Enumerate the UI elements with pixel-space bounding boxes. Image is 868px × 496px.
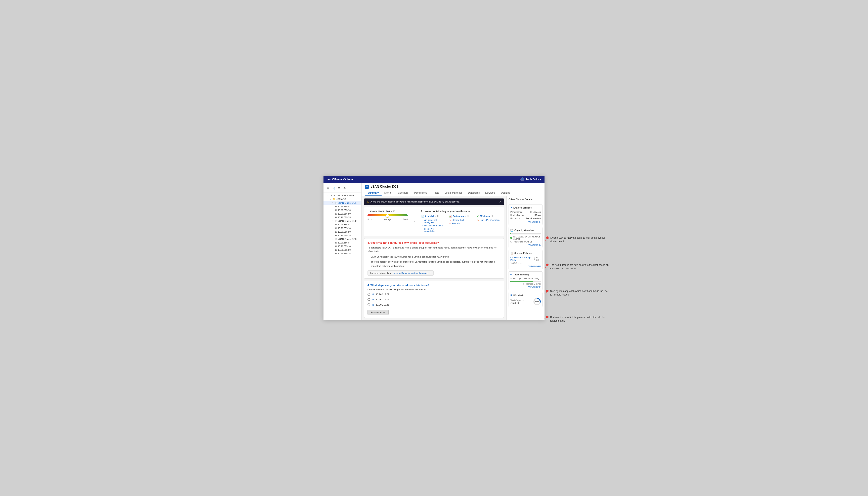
tab-monitor[interactable]: Monitor bbox=[382, 190, 395, 196]
page-header: ◈ vSAN Cluster DC1 Summary Monitor Confi… bbox=[362, 183, 544, 196]
sidebar-item-cluster-dc3[interactable]: ▾ 🗄 vSAN Cluster DC3 bbox=[324, 237, 361, 241]
sidebar-item-host-3-2[interactable]: 🖥 10.26.355.10 bbox=[324, 245, 361, 248]
expand-icon-dc1: ▾ bbox=[332, 202, 334, 204]
health-left: 1. Cluster Health Status ⓘ bbox=[368, 210, 408, 233]
issue-arrow-3: → bbox=[421, 228, 423, 230]
health-label-poor: Poor bbox=[368, 218, 372, 221]
sidebar-item-host-1-4[interactable]: 🖥 10.26.355.25 bbox=[324, 216, 361, 219]
sidebar-grid-icon[interactable]: ⊞ bbox=[325, 186, 330, 191]
issues-section-title: 2. Issues contributing to your health st… bbox=[421, 210, 500, 213]
tab-configure[interactable]: Configure bbox=[395, 190, 411, 196]
sidebar-item-host-1-3[interactable]: 🖥 10.26.355.50 bbox=[324, 212, 361, 216]
top-bar-right: 👤 Jamie Smith ▾ bbox=[521, 177, 541, 182]
nav-tabs: Summary Monitor Configure Permissions Ho… bbox=[365, 190, 541, 196]
service-row-dedup: De-duplication RDMA bbox=[510, 214, 541, 217]
host-radio-3: 🖥 10.20.219.41 bbox=[368, 303, 500, 307]
issue-warning-3: ⚠ bbox=[477, 219, 479, 221]
issue-cpu: ⚠ High CPU Utilization bbox=[477, 219, 500, 221]
alert-close-button[interactable]: ✕ bbox=[499, 200, 501, 203]
hci-capacity-row: Total Capacity 35.12 TB 13 TB bbox=[510, 298, 541, 305]
radio-btn-1[interactable] bbox=[368, 293, 370, 296]
hci-title: HCI Mesh bbox=[513, 294, 523, 296]
capacity-view-more[interactable]: VIEW MORE bbox=[510, 244, 541, 246]
health-title: Cluster Health Status bbox=[370, 210, 392, 213]
host-icon: 🖥 bbox=[335, 213, 337, 215]
tasks-view-more[interactable]: VIEW MORE bbox=[510, 286, 541, 288]
radio-btn-2[interactable] bbox=[368, 298, 370, 301]
vsan-icon: ◈ bbox=[365, 185, 369, 189]
sidebar-item-cluster-dc1[interactable]: ▾ 🗄 vSAN Cluster DC1 bbox=[324, 201, 361, 205]
issue-link-storage[interactable]: Storage Full bbox=[452, 219, 464, 221]
sidebar-item-host-3-1[interactable]: 🖥 10.26.355.0 bbox=[324, 241, 361, 245]
annotation-dot-4 bbox=[546, 316, 548, 318]
policies-view-more[interactable]: VIEW MORE bbox=[510, 265, 541, 267]
tab-virtual-machines[interactable]: Virtual Machines bbox=[442, 190, 465, 196]
sidebar-doc-icon[interactable]: 📄 bbox=[331, 186, 336, 191]
tab-hosts[interactable]: Hosts bbox=[430, 190, 442, 196]
more-info-label: For more Information: bbox=[370, 272, 391, 274]
enable-vmknic-button[interactable]: Enable vmknic bbox=[368, 310, 389, 315]
issue-link-vmkernal[interactable]: vmkernal not configured bbox=[424, 219, 445, 223]
tab-permissions[interactable]: Permissions bbox=[411, 190, 430, 196]
sidebar-item-host-2-2[interactable]: 🖥 10.26.355.10 bbox=[324, 227, 361, 230]
alert-bar-left: ⚠ Alerts are shown based on severe to mi… bbox=[367, 200, 460, 203]
sidebar-list-icon[interactable]: ☰ bbox=[336, 186, 342, 191]
enabled-services-title: Enabled Services bbox=[513, 206, 532, 209]
tasks-icon: ⟳ bbox=[510, 273, 512, 276]
issue-link-poor-vm[interactable]: Poor VM bbox=[452, 222, 460, 224]
issue-link-file[interactable]: File server unavailable bbox=[424, 228, 445, 232]
vm-logo: vm bbox=[327, 178, 330, 181]
sidebar-item-cluster-dc2[interactable]: ▾ 🗄 vSAN Cluster DC2 bbox=[324, 219, 361, 223]
issues-columns: 📄 Availability ⓘ → vmkernal not configur… bbox=[421, 215, 500, 233]
hci-icon: ⊞ bbox=[510, 294, 512, 297]
steps-desc: Choose any one the following hosts to en… bbox=[368, 288, 500, 291]
steps-card: 4. What steps can you take to address th… bbox=[364, 281, 504, 318]
issue-link-hosts[interactable]: Hosts disconnected bbox=[424, 224, 444, 227]
vmkernel-card: 3. 'vmkernal not configured': why is thi… bbox=[364, 238, 504, 279]
sidebar-item-host-2-4[interactable]: 🖥 10.26.355.25 bbox=[324, 234, 361, 237]
annotation-text-4: Dedicated area which helps users with ot… bbox=[550, 315, 610, 323]
db-icon: 🗄 bbox=[533, 258, 535, 260]
enabled-services-header: ✓ Enabled Services bbox=[510, 206, 541, 209]
sidebar-item-host-2-3[interactable]: 🖥 10.26.355.50 bbox=[324, 230, 361, 234]
sidebar-item-host-3-4[interactable]: 🖥 10.26.355.25 bbox=[324, 252, 361, 255]
policy-name[interactable]: vSAN Default Storage Policy bbox=[510, 256, 533, 261]
content-body: ⚠ Alerts are shown based on severe to mi… bbox=[362, 196, 544, 321]
host-icon: 🖥 bbox=[335, 231, 337, 233]
vmware-logo-icon: vm bbox=[327, 178, 330, 181]
issue-link-cpu[interactable]: High CPU Utilization bbox=[480, 219, 500, 221]
storage-policies-title: Storage Policies bbox=[514, 252, 532, 254]
tab-networks[interactable]: Networks bbox=[482, 190, 498, 196]
tab-summary[interactable]: Summary bbox=[365, 190, 382, 196]
annotation-2: The health issues are now shown to the u… bbox=[546, 263, 610, 270]
resync-icon: ↺ bbox=[510, 277, 512, 279]
sidebar-item-host-2-1[interactable]: 🖥 10.26.355.0 bbox=[324, 223, 361, 227]
sidebar-gear-icon[interactable]: ⚙ bbox=[342, 186, 347, 191]
service-label-performance: Performance bbox=[510, 211, 523, 213]
tab-datastores[interactable]: Datastores bbox=[465, 190, 482, 196]
more-info-bar: For more Information: vmkernal (vmknic) … bbox=[368, 270, 434, 276]
service-val-encryption: Data Protection bbox=[526, 217, 541, 220]
availability-label: Availability bbox=[425, 215, 437, 217]
annotation-dot-3 bbox=[546, 290, 548, 292]
tab-updates[interactable]: Updates bbox=[498, 190, 513, 196]
cluster-icon-dc3: 🗄 bbox=[335, 238, 337, 240]
issue-arrow-2: → bbox=[421, 224, 423, 227]
user-name: Jamie Smith bbox=[526, 178, 539, 181]
host-icon-1: 🖥 bbox=[372, 293, 374, 295]
more-info-link[interactable]: vmkernal (vmknic) port configuration bbox=[392, 272, 428, 274]
annotation-text-3: Step-by-step approach which now hand-hol… bbox=[550, 289, 610, 296]
sidebar-item-vcenter[interactable]: ▾ 🖥 SC-10-78-82-vCenter bbox=[324, 193, 361, 197]
sidebar-item-vsan-dc[interactable]: ▾ 📁 vSAN-DC bbox=[324, 197, 361, 201]
radio-btn-3[interactable] bbox=[368, 303, 370, 306]
legend-dot-free bbox=[510, 241, 512, 243]
efficiency-info-icon: ⓘ bbox=[491, 215, 493, 218]
annotation-4: Dedicated area which helps users with ot… bbox=[546, 315, 610, 323]
sidebar-item-host-1-1[interactable]: 🖥 10.26.355.0 bbox=[324, 205, 361, 208]
annotation-1: A visual way to motivate users to look a… bbox=[546, 236, 610, 243]
sidebar-item-host-1-2[interactable]: 🖥 10.26.355.10 bbox=[324, 208, 361, 212]
services-icon: ✓ bbox=[510, 206, 512, 209]
services-view-more[interactable]: VIEW MORE bbox=[510, 221, 541, 223]
hci-mesh-section: ⊞ HCI Mesh Total Capacity 35.12 TB 13 TB bbox=[509, 292, 542, 307]
sidebar-item-host-3-3[interactable]: 🖥 10.26.355.50 bbox=[324, 248, 361, 252]
